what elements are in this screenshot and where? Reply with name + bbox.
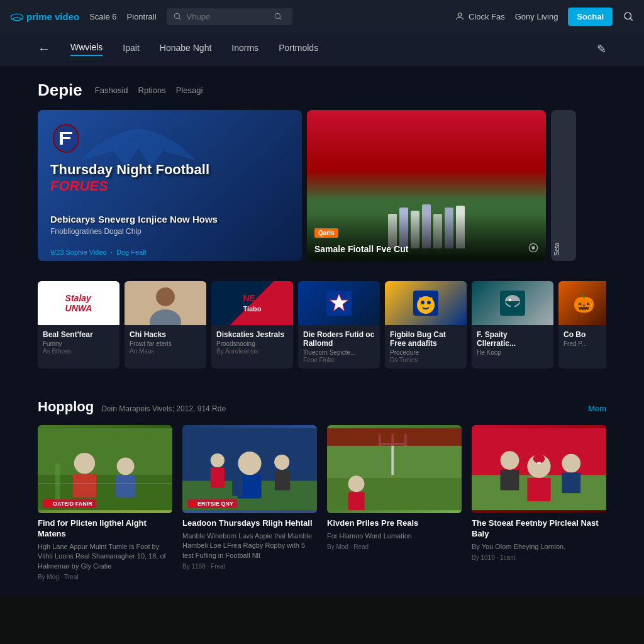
subnav-ipait[interactable]: Ipait (123, 43, 139, 55)
nav-scale[interactable]: Scale 6 (89, 12, 116, 21)
team-card-wildcat[interactable]: Figbilo Bug Cat Free andafits Procedure … (385, 281, 467, 369)
content-card-3[interactable]: Kivden Priles Pre Reals For Hlamoo Word … (327, 425, 462, 580)
team-card-info-4: Die Roders Futid oc Rallomd Tluecorn Sep… (298, 325, 380, 369)
third-card-title: Seta (553, 243, 574, 256)
team-card-eagle[interactable]: F. Spaity Cllerratic... He Koop (472, 281, 553, 369)
team-card-star[interactable]: Die Roders Futid oc Rallomd Tluecorn Sep… (298, 281, 380, 369)
svg-line-4 (279, 18, 281, 20)
nav-gony[interactable]: Gony Living (515, 12, 558, 21)
team-logo-ne: NETiabo (211, 281, 293, 325)
social-button[interactable]: Sochal (568, 8, 613, 26)
content-grid: OATEID FANIR Find for Plicten Iigthel Ai… (38, 425, 606, 580)
wildcat-icon (410, 287, 441, 319)
team-name-6: F. Spaity Cllerratic... (477, 330, 548, 348)
hero-card-main[interactable]: Thursday Night Football FORUES Debicarys… (38, 110, 302, 261)
hero-cards-row: Thursday Night Football FORUES Debicarys… (38, 110, 606, 261)
content-meta-2: By 1168 · Freat (182, 563, 317, 570)
team-detail-3: By Anrofeansis (216, 348, 288, 355)
search-bar[interactable] (167, 8, 292, 25)
svg-line-2 (179, 18, 180, 20)
svg-point-56 (562, 454, 580, 473)
hero-card-subheading: Fnobliogratines Dogal Chip (50, 227, 289, 236)
content-thumb-4 (472, 425, 606, 513)
hero-title-row: Depie Fashosid Rptions Plesagi (38, 80, 606, 100)
hero-section: Depie Fashosid Rptions Plesagi (0, 65, 644, 271)
section-title: Hopplog (38, 399, 94, 415)
svg-point-29 (117, 457, 135, 475)
svg-rect-57 (562, 473, 580, 494)
team-section: StalayUNWA Beal Sent'fear Fumny As Bthoe… (0, 271, 644, 384)
filter-rptions[interactable]: Rptions (138, 86, 166, 95)
prime-logo-icon (10, 9, 24, 23)
team-logo-star (298, 281, 380, 325)
team-logo-unwa: StalayUNWA (38, 281, 119, 325)
watchlist-button[interactable] (528, 243, 538, 255)
svg-rect-40 (275, 470, 290, 491)
team-name-1: Beal Sent'fear (43, 330, 114, 339)
edit-icon[interactable]: ✎ (597, 42, 606, 56)
content-meta-3: By Mod · Read (327, 543, 462, 550)
search-icon[interactable] (623, 11, 634, 22)
content-card-1[interactable]: OATEID FANIR Find for Plicten Iigthel Ai… (38, 425, 172, 580)
hero-card-desc: Debicarys Sneverg Icnjice Now Hows Fnobl… (50, 214, 289, 236)
back-button[interactable]: ← (38, 42, 50, 56)
svg-point-54 (501, 451, 519, 470)
secondary-card-title: Samale Fiotall Fve Cut (314, 244, 408, 254)
content-thumb-1: OATEID FANIR (38, 425, 172, 513)
svg-point-1 (174, 13, 179, 18)
hero-filters: Fashosid Rptions Plesagi (95, 86, 203, 95)
svg-rect-30 (116, 475, 136, 497)
star-shield-icon (323, 287, 355, 319)
prime-video-logo[interactable]: prime video (10, 9, 79, 23)
filter-plesagi[interactable]: Plesagi (176, 86, 203, 95)
team-card-ne[interactable]: NETiabo Diskcaties Jestrals Proodsnooing… (211, 281, 293, 369)
football-scene-3 (327, 425, 462, 513)
search-submit-icon[interactable] (274, 12, 282, 21)
live-dot-2 (191, 502, 195, 506)
svg-point-34 (238, 452, 261, 475)
hero-card-bg: Thursday Night Football FORUES Debicarys… (38, 110, 302, 261)
content-card-2[interactable]: ERITSIE QNY Leadoon Thursdays Riigh Heht… (182, 425, 317, 580)
team-card-person[interactable]: Chi Hacks Frowt far eteris An Maus (125, 281, 206, 369)
team-card-info-5: Figbilo Bug Cat Free andafits Procedure … (385, 325, 467, 369)
content-title-2: Leadoon Thursdays Riigh Hehtall (182, 518, 317, 529)
search-input[interactable] (187, 12, 269, 21)
team-sub-5: Procedure (390, 349, 462, 356)
prime-label: prime video (26, 11, 79, 22)
hero-card-actions: Samale Fiotall Fve Cut (314, 243, 538, 255)
subnav-portmolds[interactable]: Portmolds (279, 43, 318, 55)
content-title-3: Kivden Priles Pre Reals (327, 518, 462, 529)
svg-point-13 (156, 287, 175, 306)
football-scene-4 (472, 425, 606, 513)
team-name-5: Figbilo Bug Cat Free andafits (390, 330, 462, 348)
content-desc-4: By You Olom Eheying Lornion. (472, 542, 606, 552)
user-profile[interactable]: Clock Fas (455, 11, 505, 21)
secondary-card-tag: Qaris (314, 228, 338, 238)
content-thumb-2: ERITSIE QNY (182, 425, 317, 513)
svg-rect-47 (327, 428, 462, 446)
content-meta-1: By Mog · Treal (38, 574, 172, 580)
hero-card-third[interactable]: Seta (551, 110, 576, 261)
subnav-wwviels[interactable]: Wwviels (70, 42, 103, 56)
svg-line-7 (630, 18, 632, 20)
hero-title: Depie (38, 80, 82, 100)
subnav-honabe[interactable]: Honabe Nght (160, 43, 212, 55)
filter-fashosid[interactable]: Fashosid (95, 86, 128, 95)
team-sub-2: Frowt far eteris (130, 340, 201, 347)
team-logo-eagle (472, 281, 553, 325)
hero-card-heading: Debicarys Sneverg Icnjice Now Hows (50, 214, 289, 225)
nav-pioneer[interactable]: Piontrall (127, 12, 157, 21)
team-card-extra[interactable]: 🎃 Co Bo Fred P... (558, 281, 606, 369)
team-sub-7: Fred P... (564, 340, 604, 347)
hero-card-meta: 9/23 Sophie Video · Dog Fealt (50, 248, 147, 256)
person-photo-icon (143, 281, 187, 325)
team-card-unwa[interactable]: StalayUNWA Beal Sent'fear Fumny As Bthoe… (38, 281, 119, 369)
content-card-4[interactable]: The Stoeat Feetnby Pircleal Nast Baly By… (472, 425, 606, 580)
svg-point-39 (274, 455, 289, 470)
hero-card-secondary[interactable]: Qaris Samale Fiotall Fve Cut (307, 110, 546, 261)
subnav-inorms[interactable]: Inorms (231, 43, 258, 55)
team-detail-4: Feoe Finlte (303, 357, 375, 364)
section-more-link[interactable]: Mem (588, 404, 606, 413)
content-title-4: The Stoeat Feetnby Pircleal Nast Baly (472, 518, 606, 540)
team-logo-person (125, 281, 206, 325)
